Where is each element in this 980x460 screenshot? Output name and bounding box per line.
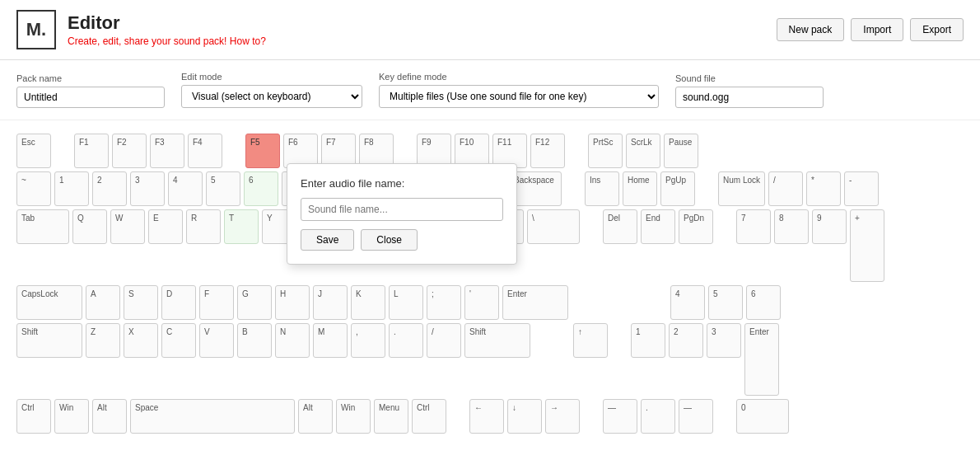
- key-f[interactable]: F: [199, 285, 234, 320]
- key-b[interactable]: B: [237, 323, 272, 358]
- key-num-dash[interactable]: —: [603, 399, 637, 434]
- key-space[interactable]: Space: [130, 399, 295, 434]
- key-tab[interactable]: Tab: [16, 209, 69, 244]
- import-button[interactable]: Import: [851, 18, 903, 41]
- key-del[interactable]: Del: [603, 209, 637, 244]
- key-shift-right[interactable]: Shift: [464, 323, 530, 358]
- key-j[interactable]: J: [313, 285, 348, 320]
- key-k[interactable]: K: [351, 285, 385, 320]
- key-num7[interactable]: 7: [736, 209, 771, 244]
- key-w[interactable]: W: [110, 209, 145, 244]
- key-z[interactable]: Z: [86, 323, 120, 358]
- key-5[interactable]: 5: [206, 171, 240, 206]
- pack-name-input[interactable]: [16, 87, 165, 108]
- dialog-close-button[interactable]: Close: [361, 229, 418, 251]
- key-s[interactable]: S: [124, 285, 158, 320]
- key-r[interactable]: R: [186, 209, 221, 244]
- key-num-dash2[interactable]: —: [679, 399, 713, 434]
- key-q[interactable]: Q: [72, 209, 107, 244]
- key-end[interactable]: End: [641, 209, 675, 244]
- key-m[interactable]: M: [313, 323, 348, 358]
- key-ctrl-right[interactable]: Ctrl: [412, 399, 446, 434]
- key-backslash[interactable]: \: [527, 209, 580, 244]
- key-x[interactable]: X: [124, 323, 158, 358]
- key-f2[interactable]: F2: [112, 134, 147, 168]
- edit-mode-select[interactable]: Visual (select on keyboard): [181, 85, 362, 108]
- key-enter[interactable]: Enter: [502, 285, 568, 320]
- key-d[interactable]: D: [161, 285, 196, 320]
- key-alt-right[interactable]: Alt: [298, 399, 333, 434]
- key-semicolon[interactable]: ;: [427, 285, 461, 320]
- key-l[interactable]: L: [389, 285, 423, 320]
- key-alt-left[interactable]: Alt: [92, 399, 127, 434]
- sound-file-input[interactable]: [675, 87, 824, 108]
- audio-file-input[interactable]: [301, 198, 503, 221]
- key-num9[interactable]: 9: [812, 209, 847, 244]
- key-f3[interactable]: F3: [150, 134, 184, 168]
- key-num-minus[interactable]: -: [844, 171, 879, 206]
- key-num6[interactable]: 6: [746, 285, 781, 320]
- controls-row: Pack name Edit mode Visual (select on ke…: [0, 60, 980, 120]
- key-menu[interactable]: Menu: [374, 399, 408, 434]
- key-num0[interactable]: 0: [736, 399, 789, 434]
- key-define-mode-select[interactable]: Multiple files (Use one sound file for o…: [379, 85, 659, 108]
- key-ins[interactable]: Ins: [585, 171, 619, 206]
- key-num5[interactable]: 5: [708, 285, 743, 320]
- key-quote[interactable]: ': [464, 285, 499, 320]
- key-arrow-left[interactable]: ←: [469, 399, 504, 434]
- key-prtsc[interactable]: PrtSc: [588, 134, 623, 168]
- key-num2[interactable]: 2: [669, 323, 703, 358]
- key-shift-left[interactable]: Shift: [16, 323, 82, 358]
- header-buttons: New pack Import Export: [777, 18, 964, 41]
- key-arrow-down[interactable]: ↓: [507, 399, 542, 434]
- key-e[interactable]: E: [148, 209, 183, 244]
- key-ctrl-left[interactable]: Ctrl: [16, 399, 51, 434]
- export-button[interactable]: Export: [910, 18, 964, 41]
- key-slash[interactable]: /: [427, 323, 461, 358]
- key-3[interactable]: 3: [130, 171, 165, 206]
- key-arrow-up[interactable]: ↑: [573, 323, 608, 358]
- key-num4[interactable]: 4: [670, 285, 705, 320]
- key-numlock[interactable]: Num Lock: [718, 171, 765, 206]
- key-f5[interactable]: F5: [245, 134, 280, 168]
- key-h[interactable]: H: [275, 285, 310, 320]
- key-v[interactable]: V: [199, 323, 234, 358]
- key-g[interactable]: G: [237, 285, 272, 320]
- key-num3[interactable]: 3: [707, 323, 741, 358]
- key-tilde[interactable]: ~: [16, 171, 51, 206]
- key-num-plus[interactable]: +: [850, 209, 884, 282]
- key-num-dot[interactable]: .: [641, 399, 675, 434]
- key-2[interactable]: 2: [92, 171, 127, 206]
- key-num1[interactable]: 1: [631, 323, 665, 358]
- key-num-slash[interactable]: /: [768, 171, 803, 206]
- key-scrlk[interactable]: ScrLk: [626, 134, 660, 168]
- key-6[interactable]: 6: [244, 171, 278, 206]
- key-4[interactable]: 4: [168, 171, 203, 206]
- key-win-left[interactable]: Win: [54, 399, 89, 434]
- key-arrow-right[interactable]: →: [545, 399, 580, 434]
- key-c[interactable]: C: [161, 323, 196, 358]
- key-home[interactable]: Home: [623, 171, 657, 206]
- key-period[interactable]: .: [389, 323, 423, 358]
- key-comma[interactable]: ,: [351, 323, 385, 358]
- key-t[interactable]: T: [224, 209, 259, 244]
- key-f1[interactable]: F1: [74, 134, 109, 168]
- key-n[interactable]: N: [275, 323, 310, 358]
- shift-row: Shift Z X C V B N M , . / Shift ↑ 1 2 3 …: [16, 323, 964, 396]
- key-capslock[interactable]: CapsLock: [16, 285, 82, 320]
- key-pgdn[interactable]: PgDn: [679, 209, 713, 244]
- key-f4[interactable]: F4: [188, 134, 222, 168]
- key-f12[interactable]: F12: [530, 134, 565, 168]
- key-a[interactable]: A: [86, 285, 120, 320]
- key-num-star[interactable]: *: [806, 171, 841, 206]
- key-win-right[interactable]: Win: [336, 399, 371, 434]
- key-1[interactable]: 1: [54, 171, 89, 206]
- key-num-enter[interactable]: Enter: [744, 323, 779, 396]
- dialog-save-button[interactable]: Save: [301, 229, 354, 251]
- how-to-link[interactable]: How to?: [230, 35, 266, 47]
- key-pgup[interactable]: PgUp: [660, 171, 695, 206]
- new-pack-button[interactable]: New pack: [777, 18, 845, 41]
- key-pause[interactable]: Pause: [664, 134, 698, 168]
- key-esc[interactable]: Esc: [16, 134, 51, 168]
- key-num8[interactable]: 8: [774, 209, 809, 244]
